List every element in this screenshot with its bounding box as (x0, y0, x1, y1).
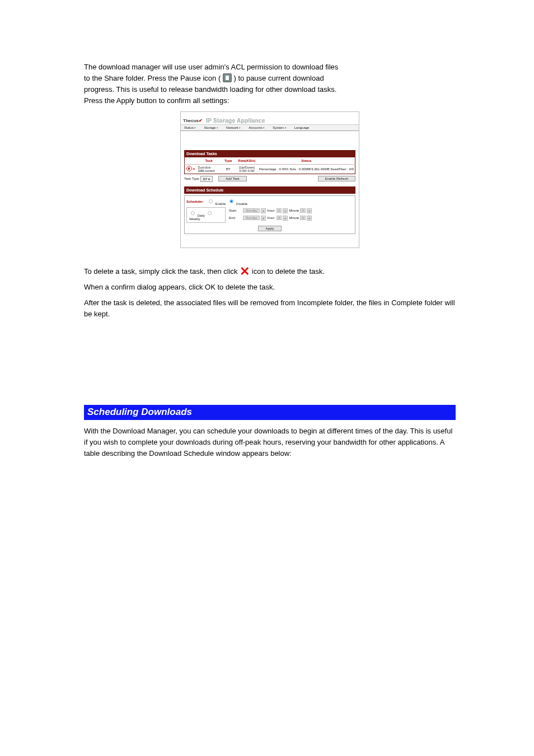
row-task: Zod-dvd-i386.torrent (197, 164, 221, 174)
paragraph-delete-2: When a confirm dialog appears, click OK … (84, 282, 456, 293)
add-task-button[interactable]: Add Task (218, 176, 247, 181)
radio-disable[interactable]: Disable (228, 198, 247, 206)
col-rate: Rate(KB/s) (236, 157, 258, 165)
logo-swoosh-icon: ✔ (199, 118, 203, 123)
end-minute-label: Minute (289, 216, 299, 220)
end-hour[interactable]: 0 (277, 216, 282, 220)
embedded-screenshot: Thecus✔ IP Storage Appliance Status Stor… (180, 111, 359, 248)
paragraph-scheduling: With the Download Manager, you can sched… (84, 426, 456, 459)
row-rate: (Up/Down) 0.00/ 0.00 (236, 164, 258, 174)
pause-icon (223, 73, 232, 82)
menu-accounts[interactable]: Accounts (249, 126, 265, 129)
enable-refresh-button[interactable]: Enable Refresh (318, 176, 355, 181)
paragraph-intro: The download manager will use user admin… (84, 62, 456, 107)
end-day[interactable]: Sunday (243, 216, 260, 220)
menu-network[interactable]: Network (226, 126, 241, 129)
end-hour-label: Hour: (267, 216, 275, 220)
apply-button[interactable]: Apply (258, 226, 281, 231)
row-status: Percentage : 0.00% Size : 0.00MB/3,361.6… (258, 164, 355, 174)
col-type: Type (221, 157, 236, 165)
start-day[interactable]: Sunday (243, 208, 260, 213)
download-tasks-header: Download Tasks (184, 150, 355, 157)
start-hour-label: Hour: (267, 209, 275, 212)
col-blank (185, 157, 197, 165)
main-menu: Status Storage Network Accounts System L… (181, 124, 359, 131)
start-minute[interactable]: 0 (300, 208, 305, 213)
download-schedule-header: Download Schedule (184, 186, 355, 194)
row-type: BT (221, 164, 236, 174)
start-hour[interactable]: 0 (277, 208, 282, 213)
tasks-table: Task Type Rate(KB/s) Status × Zod-dvd-i3… (184, 157, 355, 174)
menu-system[interactable]: System (273, 126, 286, 129)
start-label: Start: (229, 209, 241, 212)
paragraph-delete-1: To delete a task, simply click the task,… (84, 266, 456, 277)
para-line2b: ) to pause current download (234, 74, 324, 82)
paragraph-delete-3: After the task is deleted, the associate… (84, 297, 456, 320)
start-minute-label: Minute (289, 209, 299, 212)
row-pause-icon[interactable] (186, 166, 192, 171)
radio-enable[interactable]: Enable (207, 198, 226, 206)
col-task: Task (197, 157, 221, 165)
task-type-label: Task Type (184, 177, 199, 180)
app-title: IP Storage Appliance (206, 118, 265, 124)
para-line4: Press the Apply button to confirm all se… (84, 96, 229, 105)
scheduler-label: Scheduler: (186, 200, 204, 203)
menu-storage[interactable]: Storage (204, 126, 218, 129)
col-status: Status (258, 157, 355, 165)
menu-language[interactable]: Language (294, 126, 310, 129)
para-line1: The download manager will use user admin… (84, 63, 338, 71)
task-type-select[interactable]: BT ▾ (200, 176, 213, 182)
para-line2a: to the Share folder. Press the Pause ico… (84, 74, 221, 82)
end-minute[interactable]: 0 (300, 216, 305, 220)
para-line3: progress. This is useful to release band… (84, 85, 336, 94)
row-delete-icon[interactable]: × (193, 166, 195, 171)
end-label: End: (229, 216, 241, 220)
table-row[interactable]: × Zod-dvd-i386.torrent BT (Up/Down) 0.00… (185, 164, 355, 174)
menu-status[interactable]: Status (184, 126, 196, 129)
task-type-value: BT (203, 178, 208, 181)
logo: Thecus✔ (183, 118, 203, 123)
logo-text: Thecus (183, 118, 199, 123)
del-p1b: icon to delete the task. (252, 267, 325, 276)
section-heading-scheduling: Scheduling Downloads (84, 405, 456, 420)
del-p1a: To delete a task, simply click the task,… (84, 267, 240, 276)
